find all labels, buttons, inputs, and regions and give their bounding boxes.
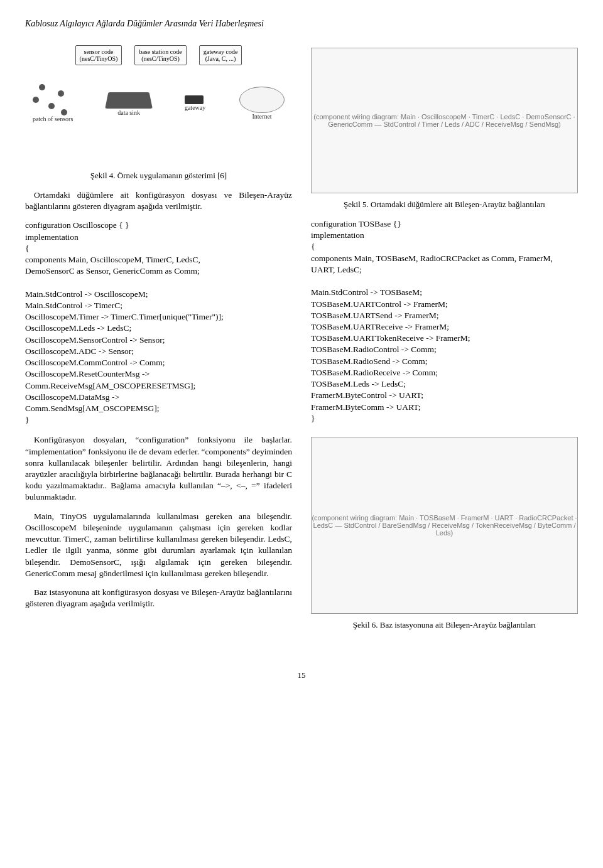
- figure-5-caption: Şekil 5. Ortamdaki düğümlere ait Bileşen…: [311, 200, 578, 210]
- fig4-label-gateway: gateway: [185, 104, 205, 111]
- left-para-4: Baz istasyonuna ait konfigürasyon dosyas…: [25, 587, 292, 609]
- oscilloscope-config-code: configuration Oscilloscope { } implement…: [25, 220, 292, 426]
- left-para-1: Ortamdaki düğümlere ait konfigürasyon do…: [25, 190, 292, 212]
- sensor-patch-icon: [33, 84, 70, 115]
- right-column: (component wiring diagram: Main · Oscill…: [311, 41, 578, 639]
- page-header: Kablosuz Algılayıcı Ağlarda Düğümler Ara…: [25, 19, 578, 29]
- fig4-label-internet: Internet: [239, 113, 285, 120]
- two-column-layout: sensor code (nesC/TinyOS) base station c…: [25, 41, 578, 639]
- figure-4: sensor code (nesC/TinyOS) base station c…: [25, 45, 292, 164]
- fig4-label-sink: data sink: [107, 109, 151, 116]
- figure-4-caption: Şekil 4. Örnek uygulamanın gösterimi [6]: [25, 171, 292, 181]
- page-number: 15: [25, 670, 578, 680]
- fig4-box-base-station-code: base station code (nesC/TinyOS): [134, 45, 186, 65]
- figure-6-placeholder-text: (component wiring diagram: Main · TOSBas…: [312, 514, 577, 537]
- fig4-box-gateway-code: gateway code (Java, C, ...): [199, 45, 242, 65]
- tosbase-config-code: configuration TOSBase {} implementation …: [311, 218, 578, 424]
- figure-6-caption: Şekil 6. Baz istasyonuna ait Bileşen-Ara…: [311, 620, 578, 630]
- left-para-3: Main, TinyOS uygulamalarında kullanılmas…: [25, 511, 292, 579]
- gateway-icon: [185, 95, 204, 104]
- figure-5-placeholder-text: (component wiring diagram: Main · Oscill…: [312, 113, 577, 128]
- figure-5: (component wiring diagram: Main · Oscill…: [311, 48, 578, 193]
- internet-cloud-icon: [239, 87, 285, 113]
- fig4-box-sensor-code: sensor code (nesC/TinyOS): [75, 45, 122, 65]
- left-column: sensor code (nesC/TinyOS) base station c…: [25, 41, 292, 639]
- left-para-2: Konfigürasyon dosyaları, “configuration”…: [25, 434, 292, 503]
- figure-6: (component wiring diagram: Main · TOSBas…: [311, 437, 578, 614]
- data-sink-icon: [105, 92, 153, 109]
- fig4-label-patch: patch of sensors: [33, 115, 73, 122]
